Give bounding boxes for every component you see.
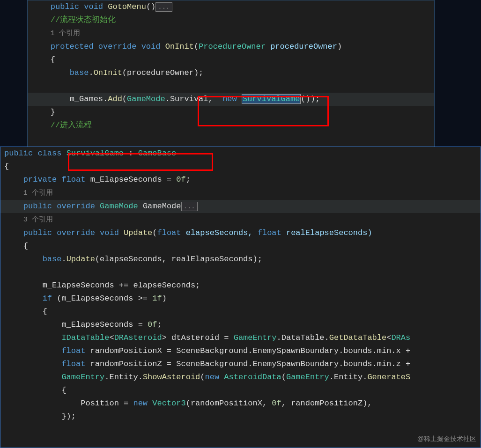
codelens-references[interactable]: 3 个引用 <box>23 216 53 224</box>
code-line[interactable] <box>0 266 481 279</box>
keyword: base <box>70 68 89 77</box>
code-editor-pane-top[interactable]: public void GotoMenu()... //流程状态初始化 1 个引… <box>27 0 435 149</box>
keyword: base <box>43 255 62 264</box>
method: GotoMenu <box>108 2 146 11</box>
keyword: override <box>57 202 95 211</box>
type: GameMode <box>127 95 165 103</box>
comment: //流程状态初始化 <box>51 15 116 24</box>
punct: () <box>146 2 155 11</box>
keyword: void <box>141 42 161 51</box>
collapsed-region[interactable]: ... <box>181 202 198 211</box>
code-line[interactable]: Position = new Vector3(randomPositionX, … <box>0 397 481 410</box>
code-line[interactable]: GameEntry.Entity.ShowAsteroid(new Astero… <box>0 371 481 384</box>
code-line[interactable]: base.OnInit(procedureOwner); <box>28 66 434 80</box>
code-line[interactable]: { <box>0 160 481 173</box>
type: SurvivalGame <box>67 149 124 158</box>
code-line[interactable]: public void GotoMenu()... <box>28 0 434 14</box>
code-line[interactable]: float randomPositionX = SceneBackground.… <box>0 345 481 358</box>
method: OnInit <box>94 68 122 77</box>
code-line[interactable]: } <box>28 106 434 119</box>
type: GameBase <box>138 149 177 158</box>
comment: //进入流程 <box>51 121 92 130</box>
collapsed-region[interactable]: ... <box>155 2 172 12</box>
code-line[interactable]: public override GameMode GameMode... <box>0 200 481 213</box>
code-line[interactable]: private float m_ElapseSeconds = 0f; <box>0 173 481 186</box>
code-line[interactable]: //进入流程 <box>28 119 434 132</box>
type: ProcedureOwner <box>199 42 266 51</box>
keyword: if <box>43 294 52 303</box>
keyword: private <box>23 175 57 184</box>
keyword: public <box>23 228 52 237</box>
codelens-references[interactable]: 1 个引用 <box>51 29 80 37</box>
selected-symbol[interactable]: SurvivalGame <box>242 94 301 104</box>
keyword: void <box>100 228 119 237</box>
code-line[interactable] <box>28 80 434 93</box>
codelens-line[interactable]: 1 个引用 <box>28 27 434 40</box>
code-line[interactable]: base.Update(elapseSeconds, realElapseSec… <box>0 253 481 266</box>
keyword: public <box>4 149 33 158</box>
method: OnInit <box>165 42 194 51</box>
code-line[interactable]: m_ElapseSeconds += elapseSeconds; <box>0 279 481 292</box>
code-line[interactable]: public class SurvivalGame : GameBase <box>0 147 481 160</box>
code-line[interactable]: { <box>0 305 481 318</box>
code-line[interactable]: float randomPositionZ = SceneBackground.… <box>0 358 481 371</box>
keyword: float <box>61 175 85 184</box>
number: 0f <box>176 175 185 184</box>
code-line[interactable]: if (m_ElapseSeconds >= 1f) <box>0 292 481 305</box>
keyword: public <box>23 202 52 211</box>
code-editor-pane-bottom[interactable]: public class SurvivalGame : GameBase { p… <box>0 147 481 448</box>
code-line[interactable]: public override void Update(float elapse… <box>0 227 481 240</box>
code-line[interactable]: m_ElapseSeconds = 0f; <box>0 318 481 331</box>
parameter: procedureOwner <box>266 42 337 51</box>
code-line[interactable]: //流程状态初始化 <box>28 14 434 27</box>
code-line[interactable]: { <box>0 240 481 253</box>
codelens-line[interactable]: 3 个引用 <box>0 213 481 227</box>
keyword: protected <box>51 42 94 51</box>
keyword: override <box>57 228 95 237</box>
code-line[interactable]: m_Games.Add(GameMode.Survival, new Survi… <box>28 93 434 106</box>
type: GameMode <box>100 202 138 211</box>
keyword: override <box>98 42 137 51</box>
codelens-line[interactable]: 1 个引用 <box>0 186 481 200</box>
codelens-references[interactable]: 1 个引用 <box>23 189 53 197</box>
code-line[interactable]: protected override void OnInit(Procedure… <box>28 40 434 53</box>
method: Add <box>108 95 122 103</box>
keyword: void <box>84 2 103 11</box>
code-line[interactable]: { <box>0 384 481 397</box>
code-line[interactable]: }); <box>0 410 481 423</box>
keyword: new <box>222 95 237 103</box>
code-line[interactable]: { <box>28 53 434 66</box>
method: Update <box>67 255 95 264</box>
keyword: class <box>37 149 61 158</box>
watermark-text: @稀土掘金技术社区 <box>417 435 476 443</box>
keyword: public <box>51 2 79 11</box>
code-line[interactable]: IDataTable<DRAsteroid> dtAsteroid = Game… <box>0 331 481 345</box>
method: Update <box>124 228 152 237</box>
